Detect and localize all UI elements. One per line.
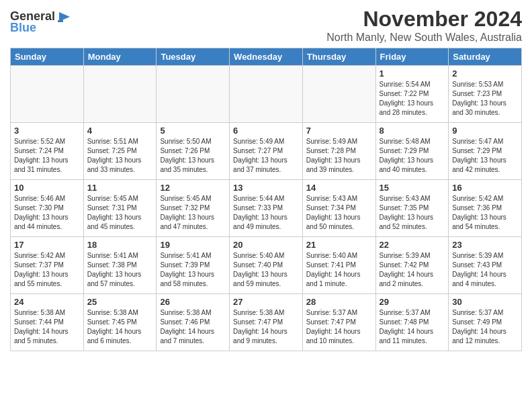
day-number: 21 [306,240,372,250]
calendar-cell: 15Sunrise: 5:43 AM Sunset: 7:35 PM Dayli… [375,180,449,237]
day-number: 29 [380,297,445,307]
calendar-cell: 28Sunrise: 5:37 AM Sunset: 7:47 PM Dayli… [302,294,375,351]
day-info: Sunrise: 5:38 AM Sunset: 7:47 PM Dayligh… [233,308,299,346]
day-info: Sunrise: 5:42 AM Sunset: 7:36 PM Dayligh… [452,194,518,232]
col-friday: Friday [375,48,449,66]
day-info: Sunrise: 5:39 AM Sunset: 7:42 PM Dayligh… [380,251,445,289]
day-number: 30 [452,297,518,307]
calendar-cell [11,66,84,123]
day-number: 13 [233,183,299,193]
calendar-cell: 11Sunrise: 5:45 AM Sunset: 7:31 PM Dayli… [83,180,157,237]
calendar-header-row: Sunday Monday Tuesday Wednesday Thursday… [11,48,522,66]
calendar-cell: 9Sunrise: 5:47 AM Sunset: 7:29 PM Daylig… [449,123,522,180]
page-header: General Blue November 2024 North Manly, … [10,7,522,44]
calendar-cell: 23Sunrise: 5:39 AM Sunset: 7:43 PM Dayli… [449,237,522,294]
day-number: 28 [306,297,372,307]
day-info: Sunrise: 5:40 AM Sunset: 7:40 PM Dayligh… [233,251,299,289]
day-number: 10 [14,183,80,193]
day-info: Sunrise: 5:47 AM Sunset: 7:29 PM Dayligh… [452,137,518,175]
week-row-3: 10Sunrise: 5:46 AM Sunset: 7:30 PM Dayli… [11,180,522,237]
calendar-cell: 14Sunrise: 5:43 AM Sunset: 7:34 PM Dayli… [302,180,375,237]
week-row-4: 17Sunrise: 5:42 AM Sunset: 7:37 PM Dayli… [11,237,522,294]
day-info: Sunrise: 5:48 AM Sunset: 7:29 PM Dayligh… [380,137,445,175]
logo-blue: Blue [10,21,36,35]
day-number: 9 [452,126,518,136]
day-number: 2 [452,68,518,79]
day-number: 1 [380,68,445,79]
day-number: 12 [160,183,226,193]
week-row-1: 1Sunrise: 5:54 AM Sunset: 7:22 PM Daylig… [11,66,522,123]
calendar-cell: 30Sunrise: 5:37 AM Sunset: 7:49 PM Dayli… [449,294,522,351]
calendar-cell: 2Sunrise: 5:53 AM Sunset: 7:23 PM Daylig… [449,66,522,123]
day-info: Sunrise: 5:41 AM Sunset: 7:39 PM Dayligh… [160,251,226,289]
day-number: 25 [87,297,153,307]
day-number: 26 [160,297,226,307]
day-info: Sunrise: 5:46 AM Sunset: 7:30 PM Dayligh… [14,194,80,232]
week-row-2: 3Sunrise: 5:52 AM Sunset: 7:24 PM Daylig… [11,123,522,180]
day-info: Sunrise: 5:41 AM Sunset: 7:38 PM Dayligh… [87,251,153,289]
calendar-cell: 22Sunrise: 5:39 AM Sunset: 7:42 PM Dayli… [375,237,449,294]
logo: General Blue [10,9,71,35]
day-info: Sunrise: 5:45 AM Sunset: 7:32 PM Dayligh… [160,194,226,232]
calendar-cell: 17Sunrise: 5:42 AM Sunset: 7:37 PM Dayli… [11,237,84,294]
calendar-cell: 27Sunrise: 5:38 AM Sunset: 7:47 PM Dayli… [230,294,303,351]
calendar-cell [157,66,230,123]
calendar-cell: 18Sunrise: 5:41 AM Sunset: 7:38 PM Dayli… [83,237,157,294]
logo-icon [56,11,71,23]
day-info: Sunrise: 5:52 AM Sunset: 7:24 PM Dayligh… [14,137,80,175]
calendar-cell: 4Sunrise: 5:51 AM Sunset: 7:25 PM Daylig… [83,123,157,180]
day-number: 15 [380,183,445,193]
calendar-cell: 3Sunrise: 5:52 AM Sunset: 7:24 PM Daylig… [11,123,84,180]
calendar-table: Sunday Monday Tuesday Wednesday Thursday… [10,48,522,351]
svg-marker-0 [59,12,70,21]
col-monday: Monday [83,48,157,66]
calendar-cell [83,66,157,123]
calendar-cell: 6Sunrise: 5:49 AM Sunset: 7:27 PM Daylig… [230,123,303,180]
calendar-cell: 24Sunrise: 5:38 AM Sunset: 7:44 PM Dayli… [11,294,84,351]
title-area: November 2024 North Manly, New South Wal… [326,7,522,44]
calendar-cell: 5Sunrise: 5:50 AM Sunset: 7:26 PM Daylig… [157,123,230,180]
calendar-cell: 8Sunrise: 5:48 AM Sunset: 7:29 PM Daylig… [375,123,449,180]
calendar-cell: 19Sunrise: 5:41 AM Sunset: 7:39 PM Dayli… [157,237,230,294]
calendar-cell: 26Sunrise: 5:38 AM Sunset: 7:46 PM Dayli… [157,294,230,351]
day-info: Sunrise: 5:49 AM Sunset: 7:27 PM Dayligh… [233,137,299,175]
day-number: 20 [233,240,299,250]
calendar-cell [302,66,375,123]
week-row-5: 24Sunrise: 5:38 AM Sunset: 7:44 PM Dayli… [11,294,522,351]
day-info: Sunrise: 5:38 AM Sunset: 7:46 PM Dayligh… [160,308,226,346]
day-info: Sunrise: 5:42 AM Sunset: 7:37 PM Dayligh… [14,251,80,289]
calendar-cell: 20Sunrise: 5:40 AM Sunset: 7:40 PM Dayli… [230,237,303,294]
day-number: 27 [233,297,299,307]
day-info: Sunrise: 5:37 AM Sunset: 7:49 PM Dayligh… [452,308,518,346]
day-info: Sunrise: 5:38 AM Sunset: 7:45 PM Dayligh… [87,308,153,346]
day-number: 4 [87,126,153,136]
calendar-cell: 25Sunrise: 5:38 AM Sunset: 7:45 PM Dayli… [83,294,157,351]
calendar-cell: 29Sunrise: 5:37 AM Sunset: 7:48 PM Dayli… [375,294,449,351]
day-number: 18 [87,240,153,250]
calendar-cell: 7Sunrise: 5:49 AM Sunset: 7:28 PM Daylig… [302,123,375,180]
day-number: 24 [14,297,80,307]
col-saturday: Saturday [449,48,522,66]
col-wednesday: Wednesday [230,48,303,66]
day-info: Sunrise: 5:49 AM Sunset: 7:28 PM Dayligh… [306,137,372,175]
day-info: Sunrise: 5:53 AM Sunset: 7:23 PM Dayligh… [452,80,518,118]
day-info: Sunrise: 5:40 AM Sunset: 7:41 PM Dayligh… [306,251,372,289]
day-number: 14 [306,183,372,193]
day-info: Sunrise: 5:43 AM Sunset: 7:35 PM Dayligh… [380,194,445,232]
month-title: November 2024 [326,7,522,32]
day-info: Sunrise: 5:45 AM Sunset: 7:31 PM Dayligh… [87,194,153,232]
calendar-cell: 10Sunrise: 5:46 AM Sunset: 7:30 PM Dayli… [11,180,84,237]
day-number: 23 [452,240,518,250]
day-info: Sunrise: 5:43 AM Sunset: 7:34 PM Dayligh… [306,194,372,232]
day-number: 22 [380,240,445,250]
day-number: 7 [306,126,372,136]
day-info: Sunrise: 5:54 AM Sunset: 7:22 PM Dayligh… [380,80,445,118]
day-number: 6 [233,126,299,136]
day-info: Sunrise: 5:37 AM Sunset: 7:48 PM Dayligh… [380,308,445,346]
calendar-cell [230,66,303,123]
calendar-cell: 21Sunrise: 5:40 AM Sunset: 7:41 PM Dayli… [302,237,375,294]
day-info: Sunrise: 5:50 AM Sunset: 7:26 PM Dayligh… [160,137,226,175]
col-sunday: Sunday [11,48,84,66]
day-info: Sunrise: 5:37 AM Sunset: 7:47 PM Dayligh… [306,308,372,346]
day-number: 16 [452,183,518,193]
